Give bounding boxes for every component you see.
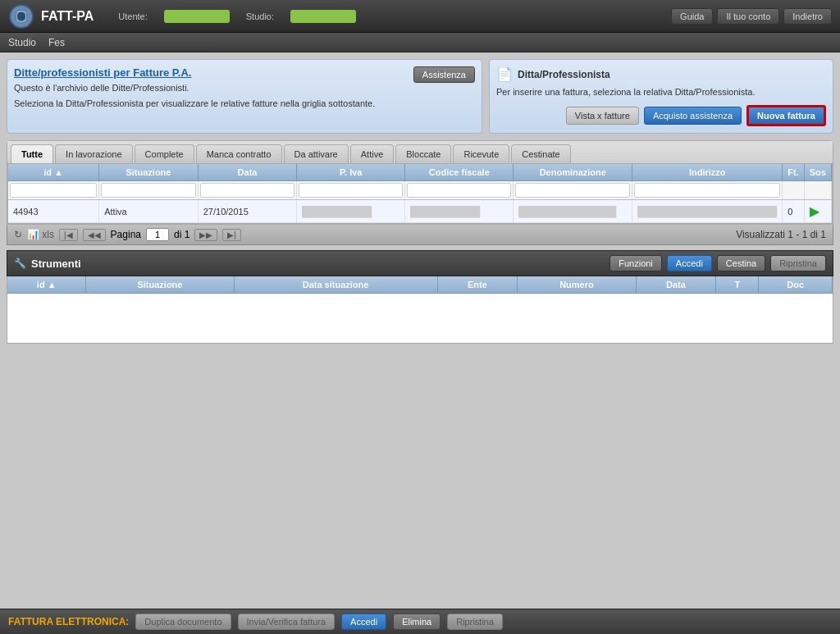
tab-cestinate[interactable]: Cestinate: [511, 144, 570, 163]
app-name: FATT-PA: [41, 9, 94, 24]
bottom-empty-row: [7, 294, 833, 343]
app-header: FATT-PA Utente: Studio: Guida Il tuo con…: [0, 0, 840, 33]
pagination-bar: ↻ 📊 xls |◀ ◀◀ Pagina di 1 ▶▶ ▶| Visualiz…: [7, 225, 833, 245]
right-panel-title: 📄 Ditta/Professionista: [496, 66, 826, 82]
ripristina-button[interactable]: Ripristina: [770, 255, 826, 271]
right-panel-title-text: Ditta/Professionista: [518, 69, 610, 80]
di-label: di 1: [174, 229, 189, 240]
duplica-button[interactable]: Duplica documento: [135, 613, 231, 630]
tab-bloccate[interactable]: Bloccate: [395, 144, 451, 163]
ditte-title-link[interactable]: Ditte/professionisti per Fatture P.A.: [14, 66, 191, 79]
funzioni-button[interactable]: Funzioni: [609, 255, 662, 271]
prev-page-button[interactable]: ◀◀: [83, 229, 106, 241]
utente-label: Utente:: [118, 11, 147, 21]
invia-button[interactable]: Invia/Verifica fattura: [238, 613, 336, 630]
footer-accedi-button[interactable]: Accedi: [341, 613, 386, 630]
main-content: Assistenza Ditte/professionisti per Fatt…: [0, 52, 840, 634]
filter-id[interactable]: [10, 183, 97, 198]
panel-desc2: Seleziona la Ditta/Professionista per vi…: [14, 98, 475, 110]
table-row[interactable]: 44943 Attiva 27/10/2015 ██████████ █████…: [8, 200, 832, 223]
acquisto-button[interactable]: Acquisto assistenza: [644, 107, 742, 125]
bcol-data: Data: [636, 276, 716, 294]
cell-sos: ▶: [804, 200, 831, 223]
header-center: Utente: Studio:: [94, 10, 671, 23]
logo-icon: [8, 3, 34, 30]
cestina-button[interactable]: Cestina: [717, 255, 765, 271]
bcol-data-situazione: Data situazione: [234, 276, 437, 294]
arrow-icon: ▶: [810, 204, 819, 218]
right-panel-desc: Per inserire una fattura, seleziona la r…: [496, 87, 826, 97]
tabs-area: Tutte In lavorazione Complete Manca cont…: [7, 140, 833, 225]
bottom-table: id ▲ Situazione Data situazione Ente Num…: [7, 276, 833, 343]
last-page-button[interactable]: ▶|: [222, 229, 241, 241]
assistenza-button[interactable]: Assistenza: [413, 66, 475, 83]
cell-cf: ██████████: [405, 200, 514, 223]
fattura-elettronica-label: FATTURA ELETTRONICA:: [8, 616, 129, 627]
page-input[interactable]: [146, 228, 169, 241]
studio-value: [290, 10, 356, 23]
filter-data[interactable]: [200, 183, 295, 198]
tab-ricevute[interactable]: Ricevute: [453, 144, 509, 163]
header-right: Guida Il tuo conto Indietro: [671, 8, 832, 25]
top-panels: Assistenza Ditte/professionisti per Fatt…: [7, 59, 833, 134]
wrench-icon: 🔧: [14, 258, 26, 269]
guida-button[interactable]: Guida: [671, 8, 713, 25]
pagina-label: Pagina: [111, 229, 141, 240]
bcol-numero: Numero: [518, 276, 636, 294]
bcol-id: id ▲: [7, 276, 86, 294]
tab-manca-contratto[interactable]: Manca contratto: [196, 144, 282, 163]
strumenti-accedi-button[interactable]: Accedi: [667, 255, 712, 271]
filter-cf[interactable]: [407, 183, 511, 198]
cell-piva: ██████████: [297, 200, 405, 223]
next-page-button[interactable]: ▶▶: [194, 229, 217, 241]
logo-area: FATT-PA: [8, 3, 94, 30]
vista-button[interactable]: Vista x fatture: [566, 107, 639, 125]
document-icon: 📄: [496, 66, 513, 82]
cell-denominazione: ██████████████: [514, 200, 632, 223]
filter-row: [8, 181, 832, 200]
col-indirizzo: Indirizzo: [632, 164, 783, 181]
bcol-doc: Doc: [759, 276, 833, 294]
menu-studio[interactable]: Studio: [8, 37, 36, 48]
xls-icon[interactable]: 📊 xls: [27, 229, 54, 240]
filter-indirizzo[interactable]: [634, 183, 780, 198]
first-page-button[interactable]: |◀: [59, 229, 78, 241]
cell-id: 44943: [8, 200, 99, 223]
col-sos: Sos: [804, 164, 831, 181]
menu-fes[interactable]: Fes: [48, 37, 65, 48]
tuo-conto-button[interactable]: Il tuo conto: [717, 8, 779, 25]
tab-complete[interactable]: Complete: [135, 144, 194, 163]
left-panel: Assistenza Ditte/professionisti per Fatt…: [7, 59, 482, 134]
tab-tutte[interactable]: Tutte: [11, 144, 53, 163]
tab-in-lavorazione[interactable]: In lavorazione: [55, 144, 133, 163]
nuova-fattura-button[interactable]: Nuova fattura: [746, 105, 826, 126]
filter-piva[interactable]: [299, 183, 403, 198]
strumenti-header: 🔧 Strumenti Funzioni Accedi Cestina Ripr…: [7, 250, 833, 276]
studio-label: Studio:: [246, 11, 274, 21]
filter-denominazione[interactable]: [515, 183, 630, 198]
tabs-header: Tutte In lavorazione Complete Manca cont…: [7, 141, 833, 164]
bottom-table-area: id ▲ Situazione Data situazione Ente Num…: [7, 276, 833, 344]
elimina-button[interactable]: Elimina: [393, 613, 441, 630]
bcol-situazione: Situazione: [86, 276, 234, 294]
col-id[interactable]: id ▲: [8, 164, 99, 181]
cell-data: 27/10/2015: [198, 200, 297, 223]
filter-situazione[interactable]: [101, 183, 196, 198]
tab-attive[interactable]: Attive: [350, 144, 395, 163]
bcol-ente: Ente: [437, 276, 518, 294]
cell-situazione: Attiva: [99, 200, 199, 223]
utente-value: [164, 10, 230, 23]
indietro-button[interactable]: Indietro: [783, 8, 832, 25]
col-situazione: Situazione: [99, 164, 199, 181]
tab-da-attivare[interactable]: Da attivare: [284, 144, 349, 163]
panel-desc1: Questo è l'archivio delle Ditte/Professi…: [14, 82, 475, 94]
refresh-icon[interactable]: ↻: [14, 229, 22, 240]
col-piva: P. Iva: [297, 164, 405, 181]
cell-indirizzo: ████████████████████: [632, 200, 783, 223]
visualizzati-label: Visualizzati 1 - 1 di 1: [736, 229, 826, 240]
main-table-area: id ▲ Situazione Data P. Iva Codice fisca…: [7, 164, 833, 224]
right-panel-buttons: Vista x fatture Acquisto assistenza Nuov…: [496, 105, 826, 126]
strumenti-title: Strumenti: [31, 258, 605, 270]
footer-ripristina-button[interactable]: Ripristina: [447, 613, 503, 630]
col-data: Data: [198, 164, 297, 181]
